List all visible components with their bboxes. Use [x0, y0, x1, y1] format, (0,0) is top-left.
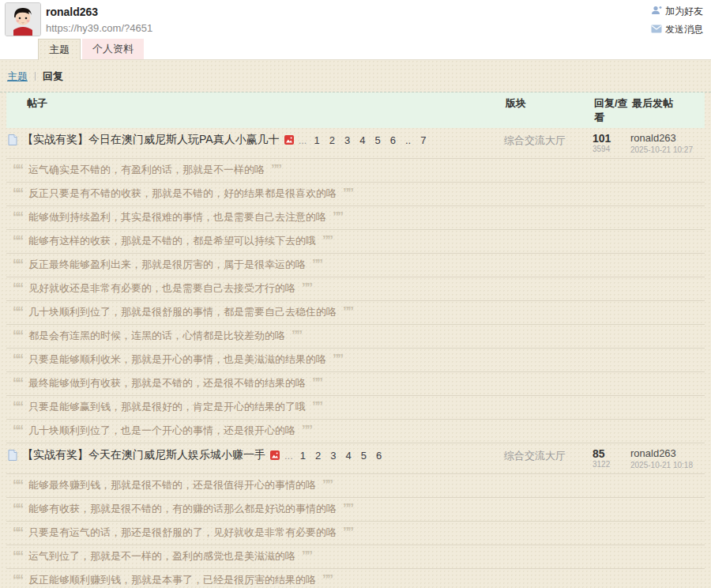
reply-quote-row: ““反正最终能够盈利出来，那就是很厉害的，属于是很幸运的咯””	[6, 254, 705, 277]
page-link[interactable]: 1	[300, 450, 306, 462]
page-link[interactable]: 1	[314, 134, 319, 146]
col-header-forum: 版块	[504, 92, 592, 128]
thread-title-link[interactable]: 【实战有奖】今日在澳门威尼斯人玩PA真人小赢几十	[22, 133, 280, 147]
quote-close-mark: ””	[322, 237, 332, 245]
send-message-label: 发送消息	[665, 23, 703, 36]
quote-open-mark: ““	[13, 481, 22, 489]
table-header-row: 帖子 版块 回复/查看 最后发帖	[6, 92, 705, 128]
quote-open-mark: ““	[13, 403, 22, 411]
quote-close-mark: ””	[322, 576, 332, 584]
reply-quote-cell: ““能够有收获，那就是很不错的，有的赚的话那么都是好说的事情的咯””	[6, 498, 705, 522]
page-link[interactable]: 5	[361, 450, 367, 462]
reply-quote-text[interactable]: 几十块顺利到位了，那就是很舒服的事情，都是需要自己去稳住的咯	[28, 305, 337, 319]
subnav: 主题回复	[0, 60, 711, 92]
subnav-topics-link[interactable]: 主题	[7, 70, 28, 82]
reply-quote-text[interactable]: 能够最终赚到钱，那就是很不错的，还是很值得开心的事情的咯	[28, 478, 316, 492]
reply-quote-line: ““见好就收还是非常有必要的，也是需要自己去接受才行的咯””	[8, 281, 705, 296]
reply-quote-line: ““最终能够做到有收获，那就是不错的，还是很不错的结果的咯””	[8, 376, 705, 390]
reply-quote-text[interactable]: 运气确实是不错的，有盈利的话，那就是不一样的咯	[28, 163, 265, 177]
reply-quote-row: ““都是会有连黑的时候，连黑的话，心情都是比较差劲的咯””	[6, 325, 705, 349]
reply-quote-row: ““能够最终赚到钱，那就是很不错的，还是很值得开心的事情的咯””	[6, 474, 705, 498]
reply-quote-text[interactable]: 反正最终能够盈利出来，那就是很厉害的，属于是很幸运的咯	[28, 258, 306, 272]
page-link[interactable]: 4	[359, 134, 365, 146]
reply-quote-line: ““能够最终赚到钱，那就是很不错的，还是很值得开心的事情的咯””	[8, 478, 705, 492]
reply-quote-cell: ““运气到位了，那就是不一样的，盈利的感觉也是美滋滋的咯””	[6, 545, 705, 569]
reply-quote-text[interactable]: 最终能够做到有收获，那就是不错的，还是很不错的结果的咯	[28, 376, 306, 390]
last-poster-name[interactable]: ronald263	[630, 133, 705, 144]
quote-close-mark: ””	[312, 261, 322, 269]
last-post-cell: ronald2632025-10-21 10:18	[630, 443, 705, 474]
add-friend-icon	[651, 6, 662, 17]
quote-open-mark: ““	[13, 332, 22, 340]
page-link[interactable]: 7	[420, 134, 426, 146]
threads-table: 帖子 版块 回复/查看 最后发帖 【实战有奖】今日在澳门威尼斯人玩PA真人小赢几…	[6, 92, 705, 588]
page-link[interactable]: 6	[376, 450, 382, 462]
profile-tabs: 主题 个人资料	[38, 39, 144, 60]
reply-quote-text[interactable]: 运气到位了，那就是不一样的，盈利的感觉也是美滋滋的咯	[28, 549, 295, 564]
tab-profile[interactable]: 个人资料	[82, 39, 144, 60]
image-attachment-icon	[284, 135, 294, 145]
tab-topics[interactable]: 主题	[38, 39, 81, 60]
thread-title-link[interactable]: 【实战有奖】今天在澳门威尼斯人娱乐城小赚一手	[22, 448, 265, 462]
page-link[interactable]: 3	[330, 450, 336, 462]
reply-quote-row: ““反正只要是有不错的收获，那就是不错的，好的结果都是很喜欢的咯””	[6, 183, 705, 206]
forum-link[interactable]: 综合交流大厅	[504, 134, 566, 146]
reply-quote-row: ““见好就收还是非常有必要的，也是需要自己去接受才行的咯””	[6, 277, 705, 301]
reply-quote-text[interactable]: 只要是能够赢到钱，那就是很好的，肯定是开心的结果的了哦	[28, 400, 306, 414]
quote-close-mark: ””	[333, 356, 342, 364]
avatar-image	[6, 3, 40, 36]
reply-quote-line: ““反正能够顺利赚到钱，那就是本事了，已经是很厉害的结果的咯””	[8, 573, 705, 587]
quote-close-mark: ””	[292, 332, 301, 340]
reply-quote-text[interactable]: 能够做到持续盈利，其实是很难的事情，也是需要自己去注意的咯	[28, 210, 326, 224]
quote-close-mark: ””	[312, 403, 322, 411]
page-link[interactable]: 5	[374, 134, 380, 146]
pagination-ellipsis: ...	[299, 134, 307, 146]
page-link[interactable]: ..	[405, 134, 411, 146]
reply-quote-text[interactable]: 能够有这样的收获，那就是不错的，都是希望可以持续下去的哦	[28, 234, 316, 248]
reply-quote-cell: ““能够最终赚到钱，那就是很不错的，还是很值得开心的事情的咯””	[6, 474, 705, 498]
quote-close-mark: ””	[333, 213, 342, 221]
add-friend-button[interactable]: 加为好友	[651, 5, 703, 18]
reply-quote-line: ““能够有这样的收获，那就是不错的，都是希望可以持续下去的哦””	[8, 234, 705, 248]
quote-open-mark: ““	[13, 308, 22, 316]
page-link[interactable]: 3	[344, 134, 350, 146]
user-profile-page: ronald263 https://hy39.com/?4651 加为好友 发送…	[0, 0, 711, 588]
reply-quote-cell: ““只要是能够赢到钱，那就是很好的，肯定是开心的结果的了哦””	[6, 396, 705, 420]
page-link[interactable]: 2	[315, 450, 321, 462]
page-link[interactable]: 6	[390, 134, 396, 146]
reply-quote-text[interactable]: 反正能够顺利赚到钱，那就是本事了，已经是很厉害的结果的咯	[28, 573, 316, 587]
forum-cell: 综合交流大厅	[504, 128, 592, 159]
reply-quote-row: ““能够有收获，那就是很不错的，有的赚的话那么都是好说的事情的咯””	[6, 498, 705, 522]
page-link[interactable]: 2	[329, 134, 335, 146]
quote-close-mark: ””	[343, 308, 352, 316]
reply-quote-text[interactable]: 能够有收获，那就是很不错的，有的赚的话那么都是好说的事情的咯	[28, 502, 337, 516]
views-count: 3122	[592, 460, 630, 469]
add-friend-label: 加为好友	[665, 5, 703, 18]
reply-quote-cell: ““最终能够做到有收获，那就是不错的，还是很不错的结果的咯””	[6, 372, 705, 396]
col-header-reply-view: 回复/查看	[592, 92, 630, 128]
quote-open-mark: ““	[13, 237, 22, 245]
image-attachment-icon	[270, 450, 280, 460]
replies-count: 85	[592, 448, 630, 459]
reply-quote-text[interactable]: 几十块顺利到位了，也是一个开心的事情，还是很开心的咯	[28, 424, 295, 438]
avatar	[5, 2, 41, 36]
reply-quote-text[interactable]: 见好就收还是非常有必要的，也是需要自己去接受才行的咯	[28, 281, 295, 296]
reply-quote-line: ““运气确实是不错的，有盈利的话，那就是不一样的咯””	[8, 163, 705, 177]
reply-quote-cell: ““只要是能够顺利收米，那就是开心的事情，也是美滋滋的结果的咯””	[6, 349, 705, 372]
thread-list: 【实战有奖】今日在澳门威尼斯人玩PA真人小赢几十...123456..7综合交流…	[6, 128, 705, 588]
subnav-replies-link[interactable]: 回复	[43, 70, 63, 82]
page-link[interactable]: 4	[346, 450, 352, 462]
document-icon	[8, 450, 17, 461]
reply-quote-text[interactable]: 反正只要是有不错的收获，那就是不错的，好的结果都是很喜欢的咯	[28, 187, 337, 201]
reply-quote-text[interactable]: 只要是有运气的话，那还是很舒服的了，见好就收是非常有必要的咯	[28, 526, 337, 540]
reply-quote-line: ““只要是能够顺利收米，那就是开心的事情，也是美滋滋的结果的咯””	[8, 352, 705, 367]
forum-link[interactable]: 综合交流大厅	[504, 450, 566, 462]
quote-open-mark: ““	[13, 529, 22, 537]
username: ronald263	[46, 6, 152, 18]
quote-open-mark: ““	[13, 261, 22, 269]
quote-close-mark: ””	[312, 379, 322, 387]
last-poster-name[interactable]: ronald263	[630, 448, 705, 459]
reply-quote-text[interactable]: 只要是能够顺利收米，那就是开心的事情，也是美滋滋的结果的咯	[28, 352, 326, 367]
reply-quote-text[interactable]: 都是会有连黑的时候，连黑的话，心情都是比较差劲的咯	[28, 329, 285, 343]
send-message-button[interactable]: 发送消息	[651, 23, 703, 36]
